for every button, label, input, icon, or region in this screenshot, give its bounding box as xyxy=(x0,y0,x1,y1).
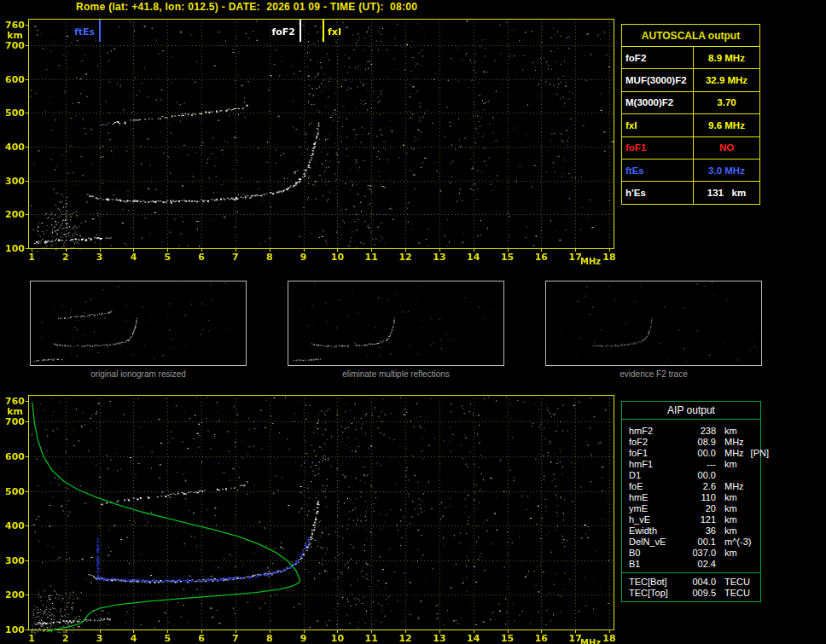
aip-row-d1: D100.0 xyxy=(622,469,760,480)
aip-row-label: foE xyxy=(629,481,683,491)
aip-row-ewidth: Ewidth36km xyxy=(622,525,760,536)
aip-tec-row-tectop: TEC[Top]009.5TECU xyxy=(622,587,760,598)
top-ionogram-canvas xyxy=(0,11,621,267)
aip-table-header: AIP output xyxy=(622,402,760,420)
aip-row-value: 110 xyxy=(683,492,716,502)
autoscala-row-ftes: ftEs3.0 MHz xyxy=(622,159,759,181)
bottom-ionogram-canvas xyxy=(0,386,621,644)
aip-row-label: hmF1 xyxy=(629,459,683,469)
aip-row-unit: km xyxy=(724,548,737,558)
aip-row-value: 238 xyxy=(683,426,716,436)
aip-table-rows: hmF2238kmfoF208.9MHzfoF100.0MHz[PN]hmF1-… xyxy=(622,425,760,569)
aip-row-label: hmF2 xyxy=(629,426,683,436)
aip-row-unit: MHz xyxy=(724,448,744,458)
aip-row-unit: TECU xyxy=(724,588,750,598)
autoscala-table-rows: foF28.9 MHzMUF(3000)F232.9 MHzM(3000)F23… xyxy=(622,46,759,204)
aip-row-unit: km xyxy=(724,459,737,469)
aip-row-value: 009.5 xyxy=(683,588,716,598)
aip-row-hmf2: hmF2238km xyxy=(622,425,760,436)
autoscala-row-muf3000f2: MUF(3000)F232.9 MHz xyxy=(622,68,759,90)
aip-tec-row-tecbot: TEC[Bot]004.0TECU xyxy=(622,576,760,587)
aip-row-label: D1 xyxy=(629,470,683,480)
aip-row-value: 004.0 xyxy=(683,577,716,587)
aip-row-label: foF1 xyxy=(629,448,683,458)
thumbnail-caption-eliminate: eliminate multiple reflections xyxy=(288,369,504,379)
aip-row-label: ymE xyxy=(629,503,683,513)
aip-row-value: 121 xyxy=(683,514,716,525)
thumbnail-caption-original: original ionogram resized xyxy=(30,369,247,379)
aip-output-table: AIP output hmF2238kmfoF208.9MHzfoF100.0M… xyxy=(621,401,761,602)
aip-row-label: TEC[Bot] xyxy=(629,577,683,587)
thumbnail-eliminate-canvas xyxy=(288,281,503,365)
thumbnail-caption-evidence: evidence F2 trace xyxy=(545,369,762,379)
aip-row-note: [PN] xyxy=(751,448,769,458)
aip-row-unit: km xyxy=(724,503,737,513)
aip-row-label: TEC[Top] xyxy=(629,588,683,598)
autoscala-row-fof1: foF1NO xyxy=(622,136,759,159)
autoscala-row-value: 9.6 MHz xyxy=(694,114,759,136)
aip-row-label: B1 xyxy=(629,559,683,569)
aip-row-yme: ymE20km xyxy=(622,502,760,513)
aip-row-value: 36 xyxy=(683,525,716,536)
autoscala-row-label: MUF(3000)F2 xyxy=(622,69,694,90)
autoscala-row-label: foF1 xyxy=(622,137,694,159)
autoscala-row-label: M(3000)F2 xyxy=(622,92,694,113)
aip-row-hmf1: hmF1---km xyxy=(622,458,760,469)
autoscala-row-value: 32.9 MHz xyxy=(694,69,759,90)
thumbnail-original-ionogram xyxy=(30,281,247,366)
aip-row-value: 00.0 xyxy=(683,448,716,458)
autoscala-row-m3000f2: M(3000)F23.70 xyxy=(622,91,759,113)
aip-row-unit: MHz xyxy=(724,481,744,491)
aip-row-unit: TECU xyxy=(724,577,750,587)
aip-row-unit: km xyxy=(724,492,737,502)
autoscala-row-fxi: fxI9.6 MHz xyxy=(622,113,759,136)
aip-row-value: 20 xyxy=(683,503,716,513)
autoscala-row-value: 8.9 MHz xyxy=(694,47,759,68)
aip-row-label: DelN_vE xyxy=(629,537,683,547)
aip-row-fof1: foF100.0MHz[PN] xyxy=(622,447,760,458)
aip-row-unit: m^(-3) xyxy=(724,537,751,547)
aip-row-value: --- xyxy=(683,459,716,469)
aip-row-value: 02.4 xyxy=(683,559,716,569)
thumbnail-evidence-f2 xyxy=(545,281,762,366)
aip-row-unit: km xyxy=(724,514,737,525)
aip-row-unit: MHz xyxy=(724,437,744,447)
aip-row-foe: foE2.6MHz xyxy=(622,480,760,491)
aip-row-value: 00.1 xyxy=(683,537,716,547)
aip-row-value: 2.6 xyxy=(683,481,716,491)
aip-row-hve: h_vE121km xyxy=(622,513,760,525)
thumbnail-eliminate-reflections xyxy=(288,281,504,366)
aip-row-delnve: DelN_vE00.1m^(-3) xyxy=(622,536,760,547)
autoscala-row-label: foF2 xyxy=(622,47,694,68)
aip-row-label: hmE xyxy=(629,492,683,502)
aip-row-label: h_vE xyxy=(629,514,683,525)
autoscala-row-label: h'Es xyxy=(622,182,694,203)
aip-row-b0: B0037.0km xyxy=(622,547,760,558)
autoscala-row-value: 131 km xyxy=(694,182,759,203)
aip-row-label: Ewidth xyxy=(629,525,683,536)
aip-tec-rows: TEC[Bot]004.0TECUTEC[Top]009.5TECU xyxy=(622,572,760,598)
autoscala-table-header: AUTOSCALA output xyxy=(622,25,759,46)
aip-row-label: B0 xyxy=(629,548,683,558)
aip-row-value: 037.0 xyxy=(683,548,716,558)
thumbnail-original-canvas xyxy=(31,281,246,365)
aip-row-label: foF2 xyxy=(629,437,683,447)
aip-row-unit: km xyxy=(724,525,737,536)
autoscala-row-value: NO xyxy=(694,137,759,159)
thumbnail-evidence-canvas xyxy=(546,281,761,365)
aip-row-b1: B102.4 xyxy=(622,558,760,569)
autoscala-row-fof2: foF28.9 MHz xyxy=(622,46,759,68)
autoscala-row-label: ftEs xyxy=(622,160,694,181)
aip-row-fof2: foF208.9MHz xyxy=(622,436,760,447)
aip-row-value: 00.0 xyxy=(683,470,716,480)
autoscala-row-value: 3.0 MHz xyxy=(694,160,759,181)
autoscala-output-table: AUTOSCALA output foF28.9 MHzMUF(3000)F23… xyxy=(621,24,760,205)
aip-row-hme: hmE110km xyxy=(622,491,760,502)
autoscala-row-value: 3.70 xyxy=(694,92,759,113)
autoscala-screen: Rome (lat: +41.8, lon: 012.5) - DATE: 20… xyxy=(0,0,826,644)
autoscala-row-label: fxI xyxy=(622,114,694,136)
aip-row-value: 08.9 xyxy=(683,437,716,447)
aip-row-unit: km xyxy=(724,426,737,436)
autoscala-row-hes: h'Es131 km xyxy=(622,181,759,203)
